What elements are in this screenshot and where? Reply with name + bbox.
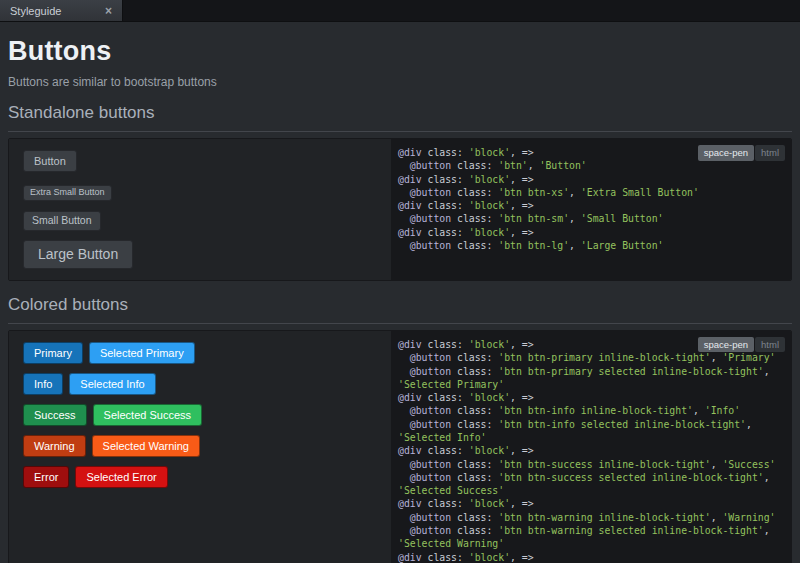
code-string-token: 'Info' (705, 405, 740, 416)
code-at-token: @div (398, 174, 422, 185)
code-string-token: 'Selected Info' (398, 432, 486, 443)
code-string-token: 'Success' (722, 459, 775, 470)
styleguide-button[interactable]: Error (23, 466, 69, 488)
code-line: @div class: 'block', => (398, 444, 784, 457)
code-language-badges: space-penhtml (697, 337, 785, 353)
code-string-token: 'block' (469, 174, 510, 185)
code-language-badges: space-penhtml (697, 145, 785, 161)
code-line: @button class: 'btn btn-success inline-b… (398, 458, 784, 471)
code-line: @button class: 'btn btn-info inline-bloc… (398, 404, 784, 417)
code-string-token: 'btn btn-lg' (498, 240, 569, 251)
code-line: @button class: 'btn btn-lg', 'Large Butt… (398, 239, 784, 252)
styleguide-button[interactable]: Warning (23, 435, 86, 457)
styleguide-button[interactable]: Success (23, 404, 87, 426)
code-at-token: @div (398, 392, 422, 403)
code-at-token: @button (410, 213, 451, 224)
code-at-token: @button (410, 366, 451, 377)
code-at-token: @div (398, 552, 422, 563)
code-string-token: 'block' (469, 552, 510, 563)
styleguide-section: Standalone buttonsButtonExtra Small Butt… (8, 103, 792, 281)
badge-space-pen[interactable]: space-pen (698, 337, 754, 353)
code-at-token: @button (410, 419, 451, 430)
badge-html[interactable]: html (755, 145, 785, 161)
tab-bar: Styleguide × (0, 0, 800, 22)
code-at-token: @div (398, 445, 422, 456)
code-string-token: 'btn btn-info inline-block-tight' (498, 405, 693, 416)
example-rendered-panel: ButtonExtra Small ButtonSmall ButtonLarg… (9, 139, 391, 280)
code-at-token: @button (410, 352, 451, 363)
code-string-token: 'btn btn-success inline-block-tight' (498, 459, 710, 470)
code-at-token: @button (410, 459, 451, 470)
code-block: @div class: 'block', => @button class: '… (398, 338, 784, 563)
code-line: @button class: 'btn btn-warning inline-b… (398, 511, 784, 524)
code-string-token: 'Extra Small Button' (581, 187, 699, 198)
styleguide-section: Colored buttonsPrimarySelected PrimaryIn… (8, 295, 792, 563)
code-at-token: @button (410, 240, 451, 251)
sections: Standalone buttonsButtonExtra Small Butt… (8, 103, 792, 563)
code-string-token: 'Small Button' (581, 213, 664, 224)
example-row: ButtonExtra Small ButtonSmall ButtonLarg… (8, 138, 792, 281)
button-row: InfoSelected Info (23, 373, 377, 395)
styleguide-button[interactable]: Primary (23, 342, 83, 364)
page-subtitle: Buttons are similar to bootstrap buttons (8, 75, 792, 89)
code-line: @div class: 'block', => (398, 199, 784, 212)
code-at-token: @div (398, 147, 422, 158)
styleguide-button[interactable]: Selected Error (75, 466, 167, 488)
code-string-token: 'block' (469, 445, 510, 456)
button-row: WarningSelected Warning (23, 435, 377, 457)
code-string-token: 'block' (469, 498, 510, 509)
code-string-token: 'block' (469, 227, 510, 238)
code-string-token: 'block' (469, 392, 510, 403)
styleguide-button[interactable]: Selected Success (93, 404, 202, 426)
styleguide-button[interactable]: Extra Small Button (23, 185, 112, 201)
code-string-token: 'btn btn-primary inline-block-tight' (498, 352, 710, 363)
code-line: @button class: 'btn btn-info selected in… (398, 418, 784, 445)
button-row: SuccessSelected Success (23, 404, 377, 426)
code-at-token: @div (398, 339, 422, 350)
code-string-token: 'block' (469, 339, 510, 350)
code-at-token: @button (410, 405, 451, 416)
code-line: @button class: 'btn btn-sm', 'Small Butt… (398, 212, 784, 225)
styleguide-button[interactable]: Info (23, 373, 63, 395)
button-row: Large Button (23, 240, 377, 269)
tab-styleguide[interactable]: Styleguide × (0, 0, 123, 21)
badge-space-pen[interactable]: space-pen (698, 145, 754, 161)
code-line: @button class: 'btn btn-warning selected… (398, 524, 784, 551)
close-icon[interactable]: × (102, 4, 115, 18)
code-string-token: 'btn btn-success selected inline-block-t… (498, 472, 763, 483)
code-at-token: @button (410, 525, 451, 536)
code-line: @button class: 'btn btn-success selected… (398, 471, 784, 498)
code-at-token: @div (398, 227, 422, 238)
code-string-token: 'block' (469, 147, 510, 158)
code-string-token: 'Primary' (722, 352, 775, 363)
code-string-token: 'Selected Warning' (398, 538, 504, 549)
code-string-token: 'btn btn-warning selected inline-block-t… (498, 525, 763, 536)
code-line: @div class: 'block', => (398, 551, 784, 563)
code-at-token: @div (398, 498, 422, 509)
example-rendered-panel: PrimarySelected PrimaryInfoSelected Info… (9, 331, 391, 563)
button-row: PrimarySelected Primary (23, 342, 377, 364)
styleguide-button[interactable]: Small Button (23, 211, 101, 231)
code-at-token: @button (410, 512, 451, 523)
code-string-token: 'btn' (498, 160, 528, 171)
styleguide-button[interactable]: Button (23, 150, 77, 172)
button-row: Button (23, 150, 377, 172)
code-string-token: 'btn btn-info selected inline-block-tigh… (498, 419, 746, 430)
badge-html[interactable]: html (755, 337, 785, 353)
code-line: @button class: 'btn', 'Button' (398, 159, 784, 172)
styleguide-button[interactable]: Selected Primary (89, 342, 195, 364)
code-string-token: 'btn btn-xs' (498, 187, 569, 198)
example-row: PrimarySelected PrimaryInfoSelected Info… (8, 330, 792, 563)
code-string-token: 'Warning' (722, 512, 775, 523)
styleguide-button[interactable]: Selected Info (69, 373, 155, 395)
code-at-token: @button (410, 187, 451, 198)
styleguide-button[interactable]: Large Button (23, 240, 133, 269)
code-string-token: 'block' (469, 200, 510, 211)
styleguide-button[interactable]: Selected Warning (92, 435, 200, 457)
code-string-token: 'Selected Primary' (398, 379, 504, 390)
example-code-panel: space-penhtml@div class: 'block', => @bu… (391, 139, 791, 280)
code-line: @div class: 'block', => (398, 173, 784, 186)
code-string-token: 'btn btn-warning inline-block-tight' (498, 512, 710, 523)
code-at-token: @button (410, 472, 451, 483)
code-string-token: 'btn btn-sm' (498, 213, 569, 224)
